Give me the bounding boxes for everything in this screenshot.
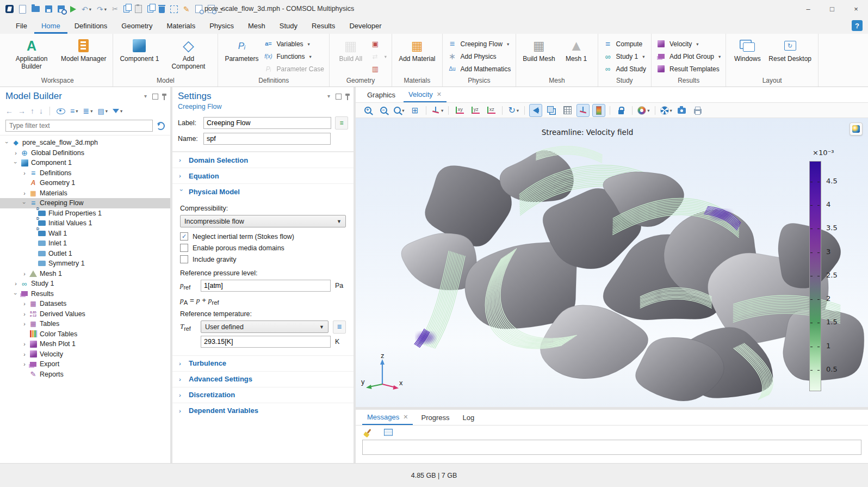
- add-component-button[interactable]: ◇Add Component: [164, 35, 213, 71]
- add-physics-button[interactable]: ∗Add Physics: [448, 51, 511, 61]
- menu-physics[interactable]: Physics: [202, 18, 241, 34]
- qat-new-file-button[interactable]: [19, 5, 26, 14]
- section-equation[interactable]: ›Equation: [172, 168, 354, 183]
- lock-button[interactable]: [615, 104, 628, 117]
- tree-item-pore-scale-flow-3d-mph[interactable]: ›◆pore_scale_flow_3d.mph: [0, 138, 170, 148]
- graphics-canvas[interactable]: Streamline: Velocity field ×10⁻³ 4.543.5…: [356, 118, 868, 407]
- view-xz-button[interactable]: xz: [485, 104, 498, 117]
- mb-forward-arrow-button[interactable]: →: [18, 107, 26, 115]
- snapshot-button[interactable]: [675, 104, 689, 117]
- result-templates-button[interactable]: Result Templates: [656, 64, 721, 74]
- expander-icon[interactable]: ›: [21, 311, 28, 317]
- scene-light-button[interactable]: [529, 104, 542, 117]
- mb-up-arrow-button[interactable]: ↑: [30, 107, 34, 115]
- tree-item-initial-values-1[interactable]: Initial Values 1: [0, 218, 170, 229]
- close-button[interactable]: ×: [844, 0, 868, 18]
- qat-app-logo-button[interactable]: [5, 5, 14, 13]
- qat-cut-button[interactable]: ✂: [112, 5, 118, 13]
- refresh-icon[interactable]: [157, 122, 165, 130]
- ref-temperature-input[interactable]: [201, 336, 331, 348]
- expander-icon[interactable]: ›: [21, 351, 28, 357]
- zoom-out-button[interactable]: −: [377, 104, 390, 117]
- array-op-button[interactable]: ▥: [370, 64, 387, 74]
- filter-input[interactable]: [5, 120, 153, 132]
- tree-item-fluid-properties-1[interactable]: Fluid Properties 1: [0, 208, 170, 219]
- view-xy-button[interactable]: xy: [453, 104, 466, 117]
- section-domain-selection[interactable]: ›Domain Selection: [172, 152, 354, 168]
- menu-geometry[interactable]: Geometry: [114, 18, 159, 34]
- panel-menu-icon[interactable]: ▾: [144, 94, 147, 99]
- qat-save-button[interactable]: [45, 5, 52, 13]
- checkbox-include-gravity[interactable]: Include gravity: [180, 254, 346, 265]
- tree-item-outlet-1[interactable]: Outlet 1: [0, 249, 170, 259]
- panel-menu-icon[interactable]: ▾: [327, 94, 330, 99]
- mb-collapse-menu-button[interactable]: ≡▾: [70, 107, 78, 115]
- minimize-button[interactable]: –: [796, 0, 820, 18]
- tab-log[interactable]: Log: [458, 410, 480, 425]
- qat-undo-button[interactable]: ↶▾: [82, 5, 91, 13]
- parameter-case-button[interactable]: PᵢParameter Case: [263, 64, 324, 74]
- qat-delete-button[interactable]: [159, 5, 165, 13]
- panel-float-icon[interactable]: [152, 94, 158, 100]
- reset-desktop-button[interactable]: Reset Desktop: [767, 35, 813, 64]
- build-all-button[interactable]: ▦Build All: [334, 35, 367, 64]
- grid-button[interactable]: [561, 104, 574, 117]
- tree-item-study-1[interactable]: ›∞Study 1: [0, 279, 170, 289]
- parameters-button[interactable]: PᵢParameters: [223, 35, 260, 64]
- expander-icon[interactable]: ›: [12, 280, 20, 287]
- tree-item-mesh-1[interactable]: ›Mesh 1: [0, 269, 170, 279]
- windows-button[interactable]: Windows: [731, 35, 764, 64]
- comsol-logo-button[interactable]: [850, 122, 863, 135]
- zoom-in-button[interactable]: +: [361, 104, 374, 117]
- add-material-button[interactable]: ▦Add Material: [397, 35, 437, 64]
- go-to-source-button[interactable]: ≣: [333, 320, 346, 334]
- default-view-button[interactable]: ▾: [431, 104, 444, 117]
- section-advanced-settings[interactable]: ›Advanced Settings: [172, 371, 354, 387]
- import-sequence-button[interactable]: ▣: [370, 39, 387, 49]
- close-icon[interactable]: ✕: [403, 414, 408, 421]
- menu-developer[interactable]: Developer: [342, 18, 388, 34]
- qat-paste-button[interactable]: [135, 5, 142, 13]
- expander-icon[interactable]: ›: [4, 139, 10, 146]
- expander-icon[interactable]: ›: [21, 320, 28, 327]
- menu-results[interactable]: Results: [305, 18, 342, 34]
- expander-icon[interactable]: ›: [21, 361, 28, 367]
- tree-item-global-definitions[interactable]: ›⊕Global Definitions: [0, 148, 170, 158]
- print-button[interactable]: [691, 104, 704, 117]
- axes-button[interactable]: [576, 104, 590, 117]
- tree-item-derived-values[interactable]: ›8.85 e-12Derived Values: [0, 309, 170, 319]
- tree-item-definitions[interactable]: ›≡Definitions: [0, 168, 170, 178]
- compressibility-select[interactable]: Incompressible flow ▼: [180, 215, 346, 227]
- checkbox-neglect-inertial-term-stokes-flow[interactable]: ✓Neglect inertial term (Stokes flow): [180, 231, 346, 242]
- tree-item-materials[interactable]: ›▦Materials: [0, 188, 170, 199]
- tree-item-results[interactable]: ›Results: [0, 289, 170, 299]
- rotate-button[interactable]: ↻▾: [507, 104, 520, 117]
- creeping-flow-button[interactable]: ≡Creeping Flow▾: [448, 39, 511, 49]
- qat-copy-button[interactable]: [123, 5, 129, 13]
- functions-button[interactable]: f(x)Functions▾: [263, 51, 324, 61]
- qat-sweep-button[interactable]: ✎: [183, 5, 190, 13]
- tab-velocity[interactable]: Velocity✕: [404, 87, 447, 102]
- qat-preview-doc-button[interactable]: [195, 5, 202, 13]
- expander-icon[interactable]: ›: [12, 150, 20, 156]
- checkbox-enable-porous-media-domains[interactable]: Enable porous media domains: [180, 242, 346, 254]
- zoom-box-button[interactable]: ▾: [393, 104, 406, 117]
- tree-item-creeping-flow[interactable]: ›≡Creeping Flow: [0, 198, 170, 208]
- mb-filter-menu-button[interactable]: ▾: [113, 106, 122, 116]
- tab-messages[interactable]: Messages✕: [362, 410, 413, 425]
- panel-pin-icon[interactable]: [164, 96, 165, 100]
- qat-save-search-button[interactable]: [58, 5, 65, 13]
- section-turbulence[interactable]: ›Turbulence: [172, 355, 354, 371]
- section-physical-model[interactable]: › Physical Model: [172, 183, 354, 199]
- expander-icon[interactable]: ›: [21, 199, 28, 207]
- mb-node-view-menu-button[interactable]: ▤▾: [97, 108, 108, 115]
- panel-float-icon[interactable]: [336, 94, 342, 100]
- tab-progress[interactable]: Progress: [416, 410, 454, 425]
- rename-button[interactable]: ≡: [335, 116, 348, 130]
- help-button[interactable]: ?: [852, 20, 863, 31]
- name-input[interactable]: [203, 133, 331, 145]
- tree-item-wall-1[interactable]: Wall 1: [0, 229, 170, 239]
- ref-temperature-select[interactable]: User defined ▼: [201, 320, 328, 333]
- expander-icon[interactable]: ›: [21, 270, 28, 277]
- section-dependent-variables[interactable]: ›Dependent Variables: [172, 403, 354, 418]
